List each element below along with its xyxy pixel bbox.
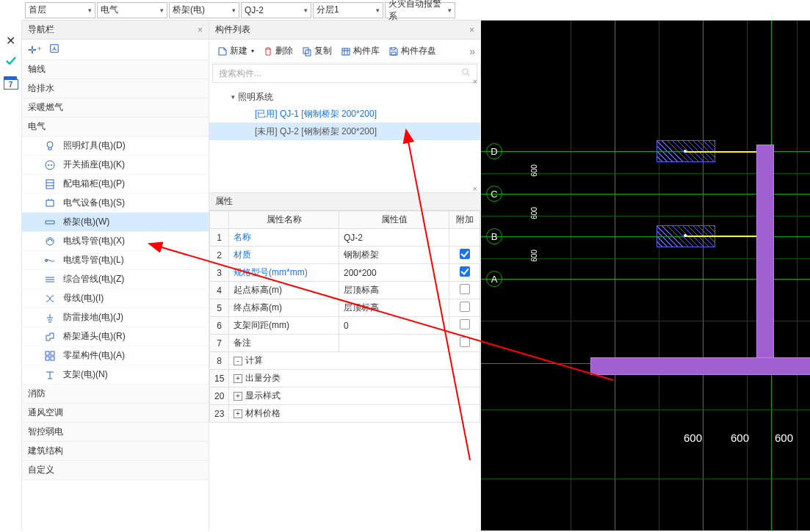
nav-item-panel[interactable]: 配电箱柜(电)(P) xyxy=(22,175,209,194)
nav-item-ground[interactable]: 防雷接地(电)(J) xyxy=(22,308,209,327)
table-row[interactable]: 6支架间距(mm)0 xyxy=(210,317,480,335)
tray-vertical xyxy=(757,145,773,360)
nav-item-fitting[interactable]: 桥架通头(电)(R) xyxy=(22,327,209,346)
table-row[interactable]: 2材质钢制桥架 xyxy=(210,247,480,264)
table-row[interactable]: 8-计算 xyxy=(210,352,480,370)
save-button[interactable]: 构件存盘 xyxy=(385,43,440,60)
cable-line xyxy=(685,236,767,237)
expand-icon[interactable]: + xyxy=(234,374,242,383)
checkbox[interactable] xyxy=(460,302,470,312)
svg-rect-12 xyxy=(51,357,54,360)
search-input[interactable]: 搜索构件... xyxy=(212,64,477,83)
check-icon[interactable] xyxy=(5,55,17,69)
checkbox[interactable] xyxy=(460,249,470,259)
table-row[interactable]: 3规格型号(mm*mm)200*200 xyxy=(210,264,480,282)
library-button[interactable]: 构件库 xyxy=(337,43,383,60)
library-icon xyxy=(341,46,351,57)
nav-panel-header: 导航栏 × xyxy=(22,21,209,40)
system-select[interactable]: 火灾自动报警系▾ xyxy=(385,2,455,18)
svg-rect-5 xyxy=(46,180,54,189)
nav-group-custom[interactable]: 自定义 xyxy=(22,461,209,480)
close-icon[interactable]: × xyxy=(469,25,474,35)
close-icon[interactable]: × xyxy=(473,77,477,86)
checkbox[interactable] xyxy=(460,266,470,277)
table-row[interactable]: 5终点标高(m)层顶标高 xyxy=(210,299,480,317)
nav-item-cable[interactable]: 电缆导管(电)(L) xyxy=(22,251,209,270)
node-dot xyxy=(684,150,687,153)
delete-button[interactable]: 删除 xyxy=(259,43,297,60)
drawing-canvas[interactable]: D C B A 600 600 600 600 600 600 xyxy=(481,21,810,531)
chevron-down-icon: ▾ xyxy=(232,7,236,14)
dim-label: 600 xyxy=(775,431,793,444)
floor-select[interactable]: 首层▾ xyxy=(25,2,95,18)
discipline-select[interactable]: 电气▾ xyxy=(97,2,167,18)
table-row[interactable]: 7备注 xyxy=(210,335,480,352)
add-icon[interactable]: ✛⁺ xyxy=(28,44,42,56)
nav-item-label: 综合管线(电)(Z) xyxy=(63,273,124,285)
outlet-icon xyxy=(44,159,56,171)
copy-button[interactable]: 复制 xyxy=(298,43,336,60)
checkbox[interactable] xyxy=(460,337,470,347)
nav-item-combo[interactable]: 综合管线(电)(Z) xyxy=(22,270,209,289)
nav-item-device[interactable]: 电气设备(电)(S) xyxy=(22,194,209,213)
nav-group-gas[interactable]: 采暖燃气 xyxy=(22,98,209,117)
save-icon xyxy=(388,46,399,57)
chevron-down-icon: ▾ xyxy=(88,7,92,14)
svg-rect-9 xyxy=(46,351,49,355)
table-row[interactable]: 1名称QJ-2 xyxy=(210,229,480,247)
expand-icon[interactable]: + xyxy=(234,392,242,401)
node-dot xyxy=(684,234,687,237)
misc-icon xyxy=(44,350,56,362)
nav-item-label: 桥架(电)(W) xyxy=(63,216,109,228)
chevron-down-icon: ▾ xyxy=(160,7,164,14)
nav-item-outlet[interactable]: 开关插座(电)(K) xyxy=(22,156,209,175)
nav-item-label: 电线导管(电)(X) xyxy=(63,235,125,247)
expand-icon[interactable]: - xyxy=(234,357,242,365)
tree-item[interactable]: [已用] QJ-1 [钢制桥架 200*200] xyxy=(209,105,480,123)
category-select[interactable]: 桥架(电)▾ xyxy=(169,2,239,18)
layer-select[interactable]: 分层1▾ xyxy=(313,2,383,18)
new-button[interactable]: 新建▾ xyxy=(214,43,258,60)
table-row[interactable]: 20+显示样式 xyxy=(210,387,480,405)
table-row[interactable]: 15+出量分类 xyxy=(210,370,480,387)
nav-group-struct[interactable]: 建筑结构 xyxy=(22,442,209,461)
nav-item-misc[interactable]: 零星构件(电)(A) xyxy=(22,346,209,365)
nav-tools: ✛⁺ xyxy=(22,40,209,60)
component-toolbar: 新建▾ 删除 复制 构件库 构件存盘 » xyxy=(209,40,480,63)
tray-icon xyxy=(44,216,56,228)
nav-item-conduit[interactable]: 电线导管(电)(X) xyxy=(22,232,209,251)
bus-icon xyxy=(44,293,56,305)
nav-item-bus[interactable]: 母线(电)(I) xyxy=(22,289,209,308)
nav-item-bulb[interactable]: 照明灯具(电)(D) xyxy=(22,136,209,156)
tree-root[interactable]: ▾照明系统 xyxy=(209,89,480,105)
checkbox[interactable] xyxy=(460,319,470,329)
expand-icon[interactable]: + xyxy=(234,409,242,418)
edit-icon[interactable] xyxy=(49,43,59,56)
checkbox[interactable] xyxy=(460,284,470,294)
tree-item[interactable]: [未用] QJ-2 [钢制桥架 200*200] xyxy=(209,123,480,140)
nav-group-weak[interactable]: 智控弱电 xyxy=(22,423,209,442)
svg-point-3 xyxy=(48,164,49,166)
trash-icon xyxy=(263,46,273,57)
nav-group-fire[interactable]: 消防 xyxy=(22,385,209,404)
close-icon[interactable]: ✕ xyxy=(6,34,15,48)
nav-item-tray[interactable]: 桥架(电)(W) xyxy=(22,213,209,232)
more-icon[interactable]: » xyxy=(469,45,476,57)
svg-rect-10 xyxy=(51,351,54,355)
close-icon[interactable]: × xyxy=(198,25,203,35)
component-select[interactable]: QJ-2▾ xyxy=(241,2,311,18)
nav-group-water[interactable]: 给排水 xyxy=(22,79,209,98)
left-toolbar: ✕ 7 xyxy=(0,21,22,531)
nav-group-axis[interactable]: 轴线 xyxy=(22,60,209,79)
table-row[interactable]: 23+材料价格 xyxy=(210,405,480,423)
nav-item-label: 零星构件(电)(A) xyxy=(63,349,125,362)
nav-group-elec[interactable]: 电气 xyxy=(22,117,209,136)
new-icon xyxy=(217,46,228,57)
nav-group-hvac[interactable]: 通风空调 xyxy=(22,404,209,423)
calendar-icon[interactable]: 7 xyxy=(4,76,18,90)
close-icon[interactable]: × xyxy=(473,184,477,193)
nav-item-label: 电气设备(电)(S) xyxy=(63,197,125,209)
search-icon xyxy=(461,68,471,79)
nav-item-support[interactable]: 支架(电)(N) xyxy=(22,365,209,385)
table-row[interactable]: 4起点标高(m)层顶标高 xyxy=(210,282,480,299)
